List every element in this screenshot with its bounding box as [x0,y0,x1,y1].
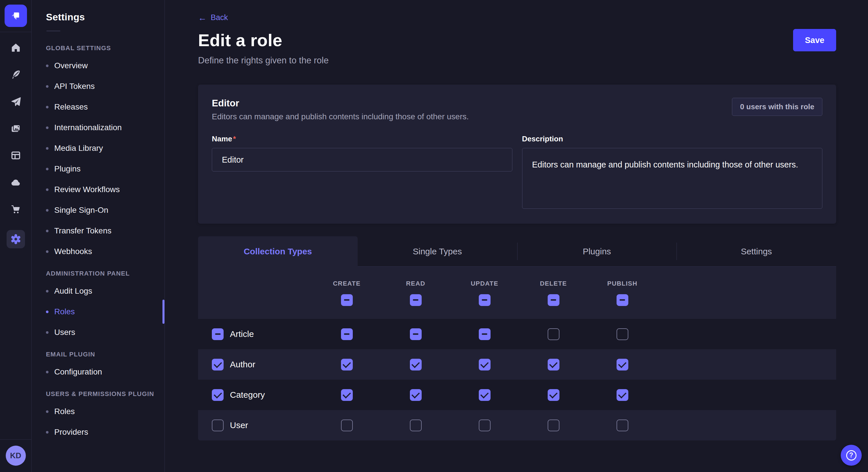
name-field-group: Name* [212,134,513,210]
select-all-delete-checkbox[interactable] [548,294,559,306]
sidebar-item-overview[interactable]: Overview [46,55,164,76]
bullet-icon [46,168,49,170]
column-delete: DELETE [519,280,588,306]
save-button[interactable]: Save [793,29,836,51]
category-update-checkbox[interactable] [479,389,491,401]
select-all-create-checkbox[interactable] [341,294,353,306]
sidebar-item-review-workflows[interactable]: Review Workflows [46,179,164,200]
sidebar-item-configuration[interactable]: Configuration [46,362,164,382]
description-field-group: Description [522,134,823,210]
table-row-author: Author [198,349,836,380]
sidebar-item-roles-up[interactable]: Roles [46,401,164,422]
bullet-icon [46,310,49,313]
row-checkbox[interactable] [212,389,224,401]
sidebar-item-transfer-tokens[interactable]: Transfer Tokens [46,221,164,241]
bullet-icon [46,147,49,150]
back-arrow-icon [198,13,207,22]
article-create-checkbox[interactable] [341,328,353,340]
bullet-icon [46,106,49,108]
description-textarea[interactable] [522,148,823,209]
strapi-logo[interactable] [5,5,27,27]
article-delete-checkbox[interactable] [548,328,559,340]
sidebar-item-audit-logs[interactable]: Audit Logs [46,281,164,301]
description-label: Description [522,134,563,143]
bullet-icon [46,250,49,253]
select-all-publish-checkbox[interactable] [617,294,628,306]
sidebar-divider [46,31,60,31]
article-update-checkbox[interactable] [479,328,491,340]
help-button[interactable] [841,445,862,466]
row-checkbox[interactable] [212,419,224,431]
sidebar-item-api-tokens[interactable]: API Tokens [46,76,164,97]
sidebar-item-releases[interactable]: Releases [46,97,164,117]
sidebar-item-users[interactable]: Users [46,322,164,343]
author-publish-checkbox[interactable] [617,359,628,370]
row-label: Author [230,360,255,369]
article-read-checkbox[interactable] [410,328,422,340]
category-delete-checkbox[interactable] [548,389,559,401]
cloud-icon[interactable] [9,176,22,189]
sidebar-item-providers[interactable]: Providers [46,422,164,442]
column-create: CREATE [312,280,381,306]
bullet-icon [46,410,49,413]
sidebar-item-media-library[interactable]: Media Library [46,138,164,159]
author-update-checkbox[interactable] [479,359,491,370]
sidebar-item-plugins[interactable]: Plugins [46,159,164,179]
tab-settings[interactable]: Settings [677,236,836,267]
sidebar-item-internationalization[interactable]: Internationalization [46,117,164,138]
bullet-icon [46,127,49,129]
category-create-checkbox[interactable] [341,389,353,401]
user-publish-checkbox[interactable] [617,419,628,431]
question-mark-icon [846,450,857,461]
role-details-card: Editor Editors can manage and publish co… [198,85,836,224]
strapi-logo-icon [10,10,22,22]
sidebar-item-single-sign-on[interactable]: Single Sign-On [46,200,164,221]
section-header-email-plugin: EMAIL PLUGIN [46,351,164,358]
name-input[interactable] [212,148,513,171]
marketplace-cart-icon[interactable] [9,203,22,216]
select-all-update-checkbox[interactable] [479,294,491,306]
author-delete-checkbox[interactable] [548,359,559,370]
bullet-icon [46,371,49,373]
user-read-checkbox[interactable] [410,419,422,431]
user-delete-checkbox[interactable] [548,419,559,431]
bullet-icon [46,230,49,232]
bullet-icon [46,290,49,293]
permissions-card: Collection Types Single Types Plugins Se… [198,236,836,440]
section-header-administration-panel: ADMINISTRATION PANEL [46,270,164,277]
tab-collection-types[interactable]: Collection Types [198,236,358,267]
content-type-layout-icon[interactable] [9,149,22,162]
tab-plugins[interactable]: Plugins [517,236,677,267]
category-read-checkbox[interactable] [410,389,422,401]
main-content: Back Edit a role Save Define the rights … [165,0,868,472]
user-update-checkbox[interactable] [479,419,491,431]
settings-gear-icon[interactable] [7,230,25,248]
tab-single-types[interactable]: Single Types [358,236,517,267]
table-row-user: User [198,410,836,440]
role-card-title: Editor [212,98,469,109]
category-publish-checkbox[interactable] [617,389,628,401]
content-feather-icon[interactable] [9,68,22,81]
required-asterisk: * [233,134,236,143]
select-all-read-checkbox[interactable] [410,294,422,306]
send-plane-icon[interactable] [9,95,22,108]
bullet-icon [46,331,49,334]
article-publish-checkbox[interactable] [617,328,628,340]
column-read: READ [381,280,450,306]
avatar[interactable]: KD [6,446,26,466]
home-icon[interactable] [9,41,22,54]
author-create-checkbox[interactable] [341,359,353,370]
users-count-badge: 0 users with this role [732,98,823,116]
media-pictures-icon[interactable] [9,122,22,135]
user-create-checkbox[interactable] [341,419,353,431]
sidebar-item-webhooks[interactable]: Webhooks [46,241,164,262]
row-checkbox[interactable] [212,328,224,340]
settings-sidebar: Settings GLOBAL SETTINGS Overview API To… [32,0,165,472]
back-link[interactable]: Back [198,13,228,22]
bullet-icon [46,431,49,434]
bullet-icon [46,65,49,67]
row-label: Article [230,329,254,339]
row-checkbox[interactable] [212,359,224,370]
sidebar-item-roles-admin[interactable]: Roles [46,301,164,322]
author-read-checkbox[interactable] [410,359,422,370]
